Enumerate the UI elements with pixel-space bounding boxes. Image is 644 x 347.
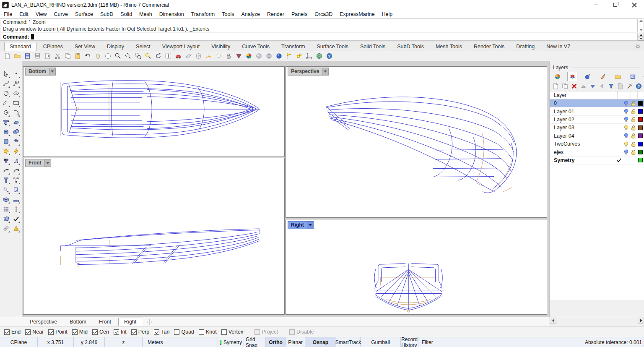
open-file-icon[interactable] [13, 51, 22, 60]
toolbar-tab[interactable]: Surface Tools [312, 42, 353, 51]
new-sublayer-icon[interactable] [561, 83, 569, 90]
checkbox[interactable] [114, 329, 119, 335]
viewport-tab[interactable]: Front [93, 318, 117, 326]
toolbar-tab[interactable]: Display [102, 42, 129, 51]
layer-row[interactable]: Layer 03 [550, 124, 644, 132]
checkbox[interactable] [25, 329, 31, 335]
status-x-coordinate[interactable]: x 3.751 [38, 337, 74, 347]
materials-tab-icon[interactable] [597, 72, 608, 81]
polyline-icon[interactable] [1, 79, 10, 88]
lamp-icon[interactable] [214, 51, 223, 60]
menu-item[interactable]: Curve [54, 11, 68, 17]
surface-points-icon[interactable] [1, 118, 10, 127]
cut-icon[interactable] [53, 51, 62, 60]
osnap-perp[interactable]: Perp [131, 329, 149, 335]
help-icon[interactable]: ? [325, 51, 334, 60]
extrude-candles-icon[interactable] [11, 195, 21, 204]
minimize-button[interactable] [586, 0, 605, 10]
gears-options-icon[interactable] [294, 51, 304, 60]
layer-lock-icon[interactable] [630, 124, 637, 131]
array-icon[interactable] [1, 185, 10, 194]
viewport-front[interactable]: Front [23, 158, 285, 315]
rotate-view-icon[interactable] [153, 51, 163, 60]
menu-item[interactable]: Transform [191, 11, 215, 17]
status-z-coordinate[interactable]: z [105, 337, 143, 347]
layer-row[interactable]: 0 [550, 99, 644, 107]
viewport-right[interactable]: Right [286, 220, 547, 315]
osnap-point[interactable]: Point [48, 329, 68, 335]
copy-icon[interactable] [63, 51, 73, 60]
layer-row[interactable]: ejes [550, 148, 644, 156]
layer-tools-icon[interactable] [626, 83, 633, 90]
viewport-menu-arrow-icon[interactable] [307, 221, 314, 229]
render-tab-icon[interactable] [582, 72, 592, 81]
status-units[interactable]: Meters [143, 337, 218, 347]
zoom-selected-icon[interactable] [143, 51, 153, 60]
toolbar-tab[interactable]: Mesh Tools [431, 42, 467, 51]
copy-pages-icon[interactable] [1, 214, 10, 223]
layer-lock-icon[interactable] [630, 100, 637, 107]
layers-tab-icon[interactable] [567, 72, 577, 81]
menu-item[interactable]: Orca3D [314, 11, 332, 17]
toolbar-tab[interactable]: Solid Tools [355, 42, 390, 51]
toolbar-tab[interactable]: Set View [70, 42, 100, 51]
toolbar-tab[interactable]: CPlanes [38, 42, 68, 51]
menu-item[interactable]: Mesh [139, 11, 152, 17]
status-grid-snap[interactable]: Grid Snap [244, 337, 266, 347]
fillet-curve-icon[interactable] [11, 108, 21, 117]
viewport-bottom[interactable]: Bottom [23, 66, 285, 157]
command-history[interactable]: Command: '_ZoomDrag a window to zoom ( A… [0, 18, 638, 32]
osnap-knot[interactable]: Knot [199, 329, 217, 335]
layer-color-swatch[interactable] [637, 157, 644, 164]
scroll-down-icon[interactable] [639, 29, 643, 31]
paste-icon[interactable] [73, 51, 83, 60]
osnap-near[interactable]: Near [25, 329, 44, 335]
new-file-icon[interactable] [3, 51, 12, 60]
menu-item[interactable]: Help [382, 11, 393, 17]
spin-down-button[interactable] [638, 37, 644, 41]
status-osnap[interactable]: Osnap [305, 337, 336, 347]
layer-row[interactable]: Layer 04 [550, 132, 644, 140]
trim-plane-icon[interactable] [11, 185, 21, 194]
menu-item[interactable]: Render [267, 11, 284, 17]
command-input[interactable]: Command: [0, 33, 638, 41]
dimension-points-icon[interactable] [11, 176, 21, 185]
collapse-icon[interactable] [598, 83, 605, 90]
status-filter[interactable]: Filter [418, 337, 583, 347]
extend-curve-icon[interactable] [11, 166, 21, 175]
render-wire-ball-icon[interactable] [264, 51, 274, 60]
layer-name[interactable]: ejes [550, 149, 615, 155]
osnap-tan[interactable]: Tan [154, 329, 169, 335]
command-history-scrollbar[interactable] [638, 18, 644, 32]
export-icon[interactable] [43, 51, 52, 60]
osnap-end[interactable]: End [4, 329, 21, 335]
layer-current-check-icon[interactable] [615, 132, 623, 139]
pan-icon[interactable] [93, 51, 103, 60]
menu-item[interactable]: File [4, 11, 12, 17]
boolean-icon[interactable] [1, 157, 10, 165]
layer-visibility-bulb-icon[interactable] [623, 116, 630, 123]
checkbox[interactable] [154, 329, 159, 335]
layer-lock-icon[interactable] [630, 149, 637, 156]
layer-lock-icon[interactable] [630, 116, 637, 123]
toolbar-tab[interactable]: Viewport Layout [157, 42, 205, 51]
zoom-dynamic-icon[interactable] [123, 51, 133, 60]
globe-icon[interactable] [314, 51, 324, 60]
status-record-history[interactable]: Record History [401, 337, 418, 347]
layer-row[interactable]: Symetry [550, 157, 644, 164]
explode-icon[interactable] [1, 147, 10, 156]
menu-item[interactable]: Dimension [159, 11, 184, 17]
toolbar-settings-gear-icon[interactable] [635, 43, 641, 50]
viewport-tab[interactable]: Bottom [64, 318, 92, 326]
viewport-right-label[interactable]: Right [288, 221, 314, 229]
scroll-left-button[interactable] [550, 318, 556, 324]
zoom-window-icon[interactable] [133, 51, 143, 60]
undo-icon[interactable] [83, 51, 93, 60]
layer-name[interactable]: 0 [550, 100, 615, 106]
section-pole-icon[interactable] [11, 205, 21, 214]
arc-icon[interactable] [1, 99, 10, 107]
layer-lock-icon[interactable] [630, 157, 637, 164]
solid-box-icon[interactable] [1, 195, 10, 204]
surface-sheet-icon[interactable] [11, 118, 21, 127]
layer-row[interactable]: TwoCurves [550, 140, 644, 148]
